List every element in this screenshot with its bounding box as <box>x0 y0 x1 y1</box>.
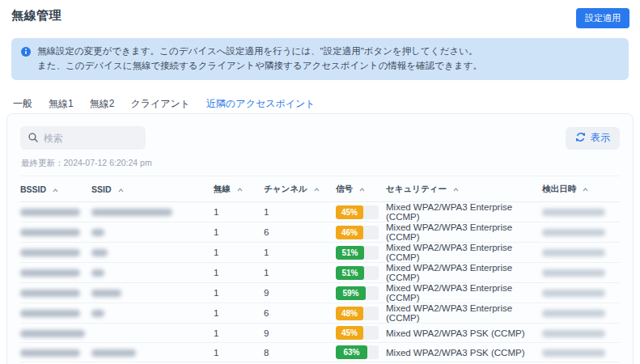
redacted-text <box>542 249 605 256</box>
column-header-6[interactable]: 検出日時 <box>542 176 620 202</box>
info-icon <box>21 47 31 74</box>
radio-cell: 1 <box>214 283 264 303</box>
panel-toolbar: 表示 <box>7 114 633 150</box>
redacted-text <box>20 269 80 277</box>
ssid-cell <box>91 283 214 303</box>
refresh-icon <box>575 132 586 145</box>
sort-asc-icon <box>583 188 588 192</box>
redacted-text <box>20 249 80 256</box>
ssid-cell <box>91 324 214 343</box>
table-row: 1648%Mixed WPA2/WPA3 Enterprise (CCMP) <box>20 303 620 324</box>
redacted-text <box>20 330 85 337</box>
signal-cell: 45% <box>336 202 386 222</box>
security-cell: Mixed WPA2/WPA3 Enterprise (CCMP) <box>386 243 542 263</box>
signal-bar: 51% <box>336 246 379 260</box>
sort-asc-icon <box>314 188 320 192</box>
column-header-3[interactable]: チャンネル <box>264 176 336 202</box>
sort-asc-icon <box>359 188 365 192</box>
apply-settings-button[interactable]: 設定適用 <box>576 8 629 28</box>
redacted-text <box>20 310 80 317</box>
signal-cell: 45% <box>336 324 386 343</box>
channel-cell: 1 <box>264 243 336 263</box>
signal-value: 45% <box>336 205 363 219</box>
signal-bar: 48% <box>336 307 379 320</box>
redacted-text <box>91 249 108 256</box>
bssid-cell <box>20 202 91 222</box>
column-header-5[interactable]: セキュリティー <box>386 176 542 202</box>
info-banner-line2: また、このデバイスに無線で接続するクライアントや隣接するアクセスポイントの情報を… <box>37 59 482 74</box>
table-row: 1959%Mixed WPA2/WPA3 Enterprise (CCMP) <box>20 283 620 303</box>
security-cell: Mixed WPA2/WPA3 Enterprise (CCMP) <box>386 202 542 222</box>
channel-cell: 1 <box>264 263 336 283</box>
info-banner: 無線設定の変更ができます。このデバイスへ設定適用を行うには、"設定適用"ボタンを… <box>11 38 629 80</box>
detected-cell <box>542 263 620 283</box>
signal-value: 51% <box>336 266 364 280</box>
bssid-cell <box>20 324 91 343</box>
ssid-cell <box>91 303 214 324</box>
channel-cell: 9 <box>264 324 336 343</box>
last-updated: 最終更新：2024-07-12 6:20:24 pm <box>7 150 633 169</box>
table-row: 1863%Mixed WPA2/WPA3 PSK (CCMP) <box>20 343 620 362</box>
redacted-text <box>91 209 172 216</box>
signal-value: 51% <box>336 246 364 260</box>
redacted-text <box>542 269 605 277</box>
signal-bar: 45% <box>336 326 379 340</box>
signal-bar: 45% <box>336 205 379 219</box>
page-title: 無線管理 <box>11 8 61 23</box>
channel-cell: 9 <box>264 283 336 303</box>
bssid-cell <box>20 343 91 362</box>
column-label: 信号 <box>336 184 353 193</box>
search-input[interactable] <box>44 133 138 144</box>
column-header-1[interactable]: SSID <box>91 176 214 202</box>
security-cell: Mixed WPA2/WPA3 Enterprise (CCMP) <box>386 222 542 243</box>
info-banner-line1: 無線設定の変更ができます。このデバイスへ設定適用を行うには、"設定適用"ボタンを… <box>37 44 482 59</box>
redacted-text <box>91 229 104 236</box>
security-cell: Mixed WPA2/WPA3 Enterprise (CCMP) <box>386 283 542 303</box>
redacted-text <box>542 310 605 317</box>
table-row: 1151%Mixed WPA2/WPA3 Enterprise (CCMP) <box>20 243 620 263</box>
redacted-text <box>542 209 605 216</box>
radio-cell: 1 <box>214 202 264 222</box>
detected-cell <box>542 222 620 243</box>
page-header: 無線管理 設定適用 <box>0 0 640 28</box>
column-header-0[interactable]: BSSID <box>20 176 91 202</box>
channel-cell: 6 <box>264 303 336 324</box>
channel-cell: 6 <box>264 222 336 243</box>
redacted-text <box>20 209 80 216</box>
bssid-cell <box>20 283 91 303</box>
redacted-text <box>91 290 121 297</box>
ssid-cell <box>91 222 214 243</box>
security-cell: Mixed WPA2/WPA3 PSK (CCMP) <box>386 343 542 362</box>
ssid-cell <box>91 263 214 283</box>
table-row: 1151%Mixed WPA2/WPA3 Enterprise (CCMP) <box>20 263 620 283</box>
detected-cell <box>542 303 620 324</box>
redacted-text <box>20 229 80 236</box>
bssid-cell <box>20 303 91 324</box>
signal-bar: 59% <box>336 286 379 300</box>
search-icon <box>28 131 38 146</box>
signal-value: 45% <box>336 326 363 340</box>
detected-cell <box>542 202 620 222</box>
radio-cell: 1 <box>214 222 264 243</box>
redacted-text <box>91 269 104 277</box>
column-header-2[interactable]: 無線 <box>214 176 264 202</box>
column-label: BSSID <box>20 184 46 194</box>
signal-cell: 51% <box>336 263 386 283</box>
signal-bar: 63% <box>336 345 379 359</box>
signal-bar: 46% <box>336 226 379 239</box>
column-label: SSID <box>91 184 112 194</box>
detected-cell <box>542 243 620 263</box>
ssid-cell <box>91 243 214 263</box>
redacted-text <box>542 290 605 297</box>
bssid-cell <box>20 222 91 243</box>
detected-cell <box>542 324 620 343</box>
sort-asc-icon <box>53 188 58 193</box>
display-button[interactable]: 表示 <box>566 127 620 150</box>
detected-cell <box>542 343 620 362</box>
bssid-cell <box>20 263 91 283</box>
radio-cell: 1 <box>214 243 264 263</box>
redacted-text <box>542 229 605 236</box>
redacted-text <box>542 349 605 357</box>
column-label: 無線 <box>214 184 231 193</box>
column-header-4[interactable]: 信号 <box>336 176 386 202</box>
